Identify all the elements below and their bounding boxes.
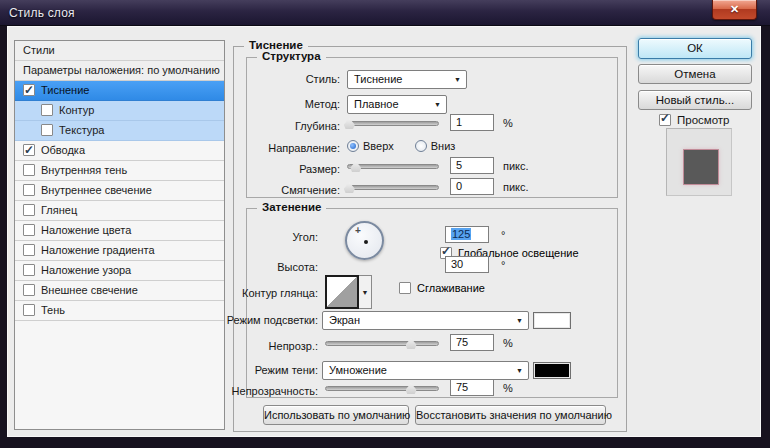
- checkbox-checked[interactable]: ✓: [23, 144, 35, 156]
- style-preview: [666, 128, 732, 196]
- slider-track[interactable]: [347, 121, 439, 126]
- sidebar-item-bevel-emboss[interactable]: ✓Тиснение: [15, 81, 224, 101]
- structure-group: Структура Стиль: Тиснение ▼ Метод: Плавн…: [246, 57, 618, 198]
- angle-label: Угол:: [292, 231, 318, 243]
- slider-thumb[interactable]: [344, 182, 355, 193]
- angle-unit: °: [501, 229, 505, 241]
- size-unit: пикс.: [503, 160, 529, 172]
- shadow-mode-dropdown[interactable]: Умножение ▼: [322, 361, 529, 380]
- gloss-contour-label: Контур глянца:: [242, 287, 318, 299]
- shadow-opacity-slider[interactable]: [325, 382, 439, 396]
- altitude-label: Высота:: [277, 261, 318, 273]
- checkbox-unchecked[interactable]: [41, 104, 53, 116]
- ok-button[interactable]: ОК: [638, 38, 752, 59]
- depth-label: Глубина:: [295, 120, 340, 132]
- close-button[interactable]: ✕: [712, 0, 757, 20]
- checkbox-unchecked[interactable]: [23, 264, 35, 276]
- depth-slider[interactable]: [347, 117, 439, 131]
- slider-track[interactable]: [325, 341, 439, 346]
- sidebar-item-gradient-overlay[interactable]: Наложение градиента: [15, 241, 224, 261]
- highlight-opacity-label: Непрозр.:: [269, 340, 318, 352]
- direction-down-label: Вниз: [431, 140, 456, 152]
- direction-label: Направление:: [268, 142, 340, 154]
- checkbox-unchecked[interactable]: [23, 224, 35, 236]
- close-icon: ✕: [730, 3, 739, 15]
- chevron-down-icon: ▼: [516, 367, 523, 374]
- preview-row: ✓Просмотр: [659, 114, 730, 126]
- checkbox-unchecked[interactable]: [23, 244, 35, 256]
- slider-track[interactable]: [347, 185, 439, 190]
- slider-thumb[interactable]: [344, 118, 355, 129]
- crosshair-icon: +: [355, 225, 361, 236]
- style-label: Стиль:: [306, 73, 340, 85]
- shading-title: Затенение: [257, 201, 326, 213]
- gloss-contour-arrow[interactable]: ▼: [359, 275, 372, 309]
- angle-dial[interactable]: +: [345, 221, 384, 260]
- sidebar-item-stroke[interactable]: ✓Обводка: [15, 141, 224, 161]
- new-style-button[interactable]: Новый стиль...: [638, 90, 752, 110]
- anti-alias-row: Сглаживание: [399, 282, 485, 294]
- dialog-body: Стили Параметры наложения: по умолчанию …: [7, 26, 761, 437]
- highlight-mode-dropdown[interactable]: Экран ▼: [322, 311, 529, 330]
- sidebar-item-drop-shadow[interactable]: Тень: [15, 301, 224, 321]
- checkbox-unchecked[interactable]: [23, 204, 35, 216]
- shadow-opacity-input[interactable]: 75: [450, 379, 494, 396]
- preview-checkbox[interactable]: ✓: [659, 114, 671, 126]
- sidebar-item-outer-glow[interactable]: Внешнее свечение: [15, 281, 224, 301]
- highlight-opacity-input[interactable]: 75: [450, 334, 494, 351]
- altitude-input[interactable]: 30: [445, 256, 489, 273]
- size-slider[interactable]: [347, 160, 439, 174]
- check-icon: ✓: [24, 141, 34, 160]
- depth-unit: %: [503, 117, 513, 129]
- checkbox-unchecked[interactable]: [41, 124, 53, 136]
- highlight-opacity-slider[interactable]: [325, 337, 439, 351]
- direction-up-label: Вверх: [363, 140, 394, 152]
- sidebar-item-satin[interactable]: Глянец: [15, 201, 224, 221]
- depth-input[interactable]: 1: [450, 114, 494, 131]
- make-default-button[interactable]: Использовать по умолчанию: [263, 405, 409, 425]
- titlebar: Стиль слоя ✕: [0, 0, 770, 26]
- slider-track[interactable]: [325, 386, 439, 391]
- shadow-opacity-label: Непрозрачность:: [232, 385, 318, 397]
- window-title: Стиль слоя: [9, 6, 75, 20]
- highlight-color-swatch[interactable]: [533, 312, 571, 329]
- style-dropdown[interactable]: Тиснение ▼: [347, 70, 467, 89]
- radio-direction-up[interactable]: [347, 140, 359, 152]
- gloss-contour-picker[interactable]: [325, 275, 359, 309]
- soften-unit: пикс.: [503, 181, 529, 193]
- chevron-down-icon: ▼: [454, 76, 461, 83]
- size-input[interactable]: 5: [450, 157, 494, 174]
- reset-default-button[interactable]: Восстановить значения по умолчанию: [415, 405, 606, 425]
- direction-radios: Вверх Вниз: [347, 140, 455, 152]
- checkbox-checked[interactable]: ✓: [23, 84, 35, 96]
- angle-input[interactable]: 125: [445, 226, 489, 243]
- checkbox-unchecked[interactable]: [23, 284, 35, 296]
- checkbox-unchecked[interactable]: [23, 304, 35, 316]
- styles-list: Стили Параметры наложения: по умолчанию …: [14, 40, 225, 430]
- sidebar-item-pattern-overlay[interactable]: Наложение узора: [15, 261, 224, 281]
- slider-thumb[interactable]: [406, 383, 417, 394]
- sidebar-item-color-overlay[interactable]: Наложение цвета: [15, 221, 224, 241]
- sidebar-item-texture[interactable]: Текстура: [15, 121, 224, 141]
- soften-input[interactable]: 0: [450, 178, 494, 195]
- radio-direction-down[interactable]: [415, 140, 427, 152]
- altitude-unit: °: [501, 259, 505, 271]
- cancel-button[interactable]: Отмена: [638, 64, 752, 84]
- shadow-color-swatch[interactable]: [533, 362, 571, 379]
- technique-dropdown[interactable]: Плавное ▼: [347, 95, 447, 114]
- sidebar-item-contour[interactable]: Контур: [15, 101, 224, 121]
- slider-thumb[interactable]: [406, 338, 417, 349]
- structure-title: Структура: [257, 50, 326, 62]
- checkbox-unchecked[interactable]: [23, 164, 35, 176]
- sidebar-item-blending-options[interactable]: Параметры наложения: по умолчанию: [15, 61, 224, 81]
- preview-label: Просмотр: [677, 114, 730, 126]
- sidebar-item-inner-shadow[interactable]: Внутренняя тень: [15, 161, 224, 181]
- sidebar-item-inner-glow[interactable]: Внутреннее свечение: [15, 181, 224, 201]
- slider-thumb[interactable]: [350, 161, 361, 172]
- sidebar-header-styles[interactable]: Стили: [15, 41, 224, 61]
- checkbox-unchecked[interactable]: [23, 184, 35, 196]
- soften-slider[interactable]: [347, 181, 439, 195]
- style-preview-swatch: [684, 150, 718, 184]
- shadow-mode-label: Режим тени:: [255, 364, 318, 376]
- anti-alias-checkbox[interactable]: [399, 282, 411, 294]
